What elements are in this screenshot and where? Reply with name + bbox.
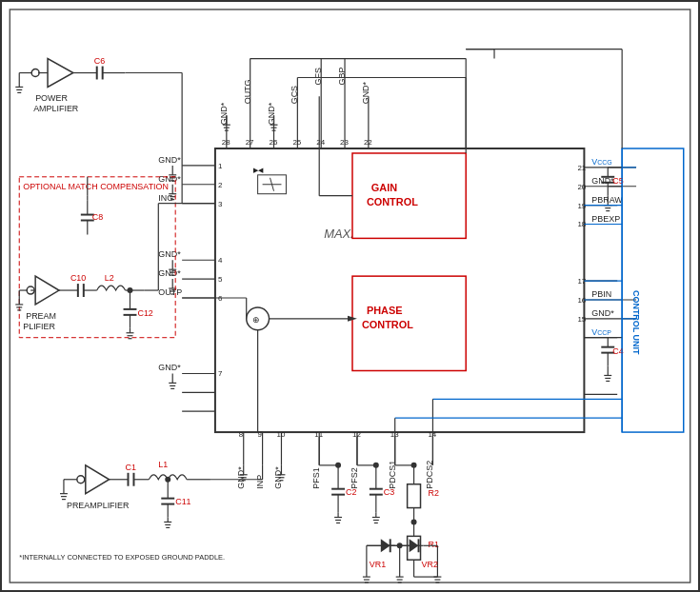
circuit-diagram: MAX2010 GAIN CONTROL PHASE CONTROL 28 27…: [0, 0, 700, 592]
pfs2-label: PFS2: [350, 467, 359, 488]
c1-label: C1: [126, 463, 136, 472]
l1-label: L1: [158, 460, 168, 469]
svg-point-238: [128, 287, 133, 293]
vccg-label: VCCG: [591, 157, 611, 167]
svg-point-239: [397, 543, 403, 548]
pin22-label: GND*: [361, 81, 370, 104]
gain-control-label: GAIN: [371, 182, 397, 193]
r2-label: R2: [428, 488, 438, 498]
gnd-7-label: GND*: [158, 363, 181, 372]
c3-label: C3: [384, 487, 394, 497]
gnd-16-label: GND*: [591, 308, 614, 318]
pin20: 20: [577, 183, 586, 191]
control-unit-label: CONTROL UNIT: [631, 290, 641, 355]
power-amp-label2: AMPLIFIER: [33, 104, 79, 113]
phase-symbol-text: ⊕: [252, 315, 260, 325]
pin24: 24: [316, 138, 325, 147]
pin3: 3: [218, 200, 223, 208]
vr1-label: VR1: [370, 560, 386, 569]
phase-control-label2: CONTROL: [362, 319, 413, 330]
r2-symbol: [408, 484, 421, 508]
svg-point-236: [411, 463, 417, 468]
l2-label: L2: [105, 273, 114, 283]
pin23: 23: [340, 138, 349, 147]
pin28: 28: [222, 138, 230, 147]
pin5: 5: [218, 275, 223, 284]
preamplifier-bottom-label: PREAMPLIFIER: [67, 501, 130, 510]
power-amp-label: POWER: [35, 93, 68, 103]
svg-point-235: [373, 463, 379, 468]
footnote: *INTERNALLY CONNECTED TO EXPOSED GROUND …: [19, 553, 225, 562]
pin2: 2: [218, 181, 223, 189]
pin8: 8: [239, 430, 244, 439]
pin22: 22: [364, 138, 372, 147]
gnd-1-label: GND*: [158, 155, 181, 165]
pin27: 27: [246, 138, 254, 147]
c8-label: C8: [92, 212, 103, 222]
pin21: 21: [577, 164, 586, 172]
pin26: 26: [270, 138, 278, 147]
c6-label: C6: [94, 56, 105, 66]
svg-point-234: [335, 463, 341, 468]
pbin-label: PBIN: [591, 289, 611, 299]
preamplifier-top-label2: PLIFIER: [23, 322, 55, 331]
gnd-4-label: GND*: [158, 249, 181, 259]
c10-label: C10: [70, 273, 86, 283]
c12-label: C12: [137, 308, 152, 318]
c2-label: C2: [346, 487, 356, 497]
pin25: 25: [292, 138, 301, 147]
pin1: 1: [218, 162, 223, 170]
optional-match-label: OPTIONAL MATCH COMPENSATION: [23, 182, 169, 191]
pbexp-label: PBEXP: [591, 214, 620, 224]
pfs1-label: PFS1: [311, 467, 321, 488]
svg-point-240: [411, 519, 417, 524]
pin15: 15: [577, 315, 586, 324]
vr2-label: VR2: [422, 560, 438, 569]
phase-control-label: PHASE: [367, 305, 403, 316]
c11-label: C11: [175, 497, 190, 506]
gain-control-label2: CONTROL: [367, 196, 418, 207]
pin7: 7: [218, 369, 223, 378]
preamplifier-top-label: PREAM: [26, 311, 56, 321]
pin4: 4: [218, 256, 223, 265]
vccp-label: VCCP: [591, 327, 611, 337]
pin9: 9: [258, 430, 263, 439]
svg-point-237: [165, 477, 170, 483]
attenuator-label: ▶◀: [253, 166, 264, 174]
pin10: 10: [276, 430, 285, 439]
